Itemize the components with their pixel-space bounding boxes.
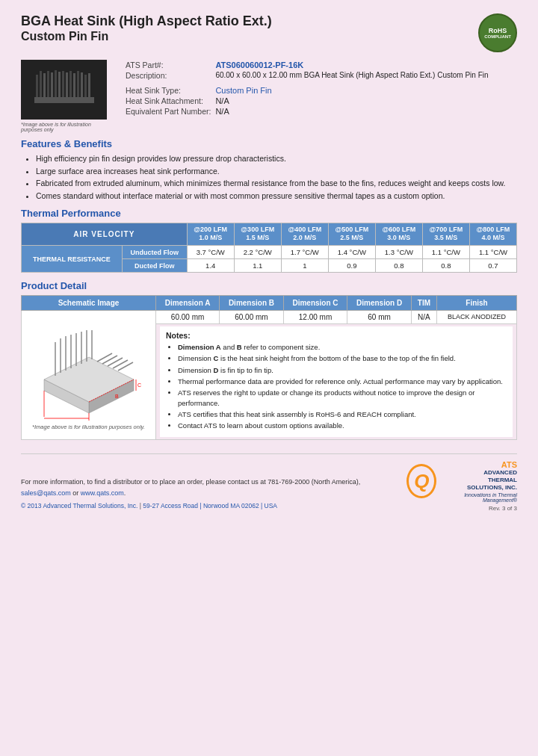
desc-label: Description:: [126, 70, 215, 81]
specs-table: ATS Part#: ATS060060012-PF-16K Descripti…: [126, 60, 493, 117]
ducted-600: 0.8: [375, 259, 422, 273]
product-title-line1: BGA Heat Sink (High Aspect Ratio Ext.): [21, 13, 272, 30]
ducted-700: 0.8: [422, 259, 469, 273]
note-1: Dimension C is the heat sink height from…: [178, 353, 507, 363]
svg-rect-15: [88, 73, 90, 97]
air-velocity-header: AIR VELOCITY: [22, 223, 188, 245]
svg-rect-8: [62, 71, 64, 97]
address: 59-27 Access Road | Norwood MA 02062 | U…: [143, 502, 277, 509]
svg-rect-14: [84, 75, 87, 97]
equiv-label: Equivalent Part Number:: [126, 106, 215, 117]
thermal-section: Thermal Performance AIR VELOCITY @200 LF…: [21, 208, 517, 273]
finish-value: BLACK ANODIZED: [437, 311, 517, 324]
svg-rect-3: [43, 73, 46, 97]
note-0: Dimension A and B refer to component siz…: [178, 342, 507, 352]
note-2: Dimension D is fin tip to fin tip.: [178, 365, 507, 375]
product-detail-title: Product Detail: [21, 280, 517, 291]
note-6: Contact ATS to learn about custom option…: [178, 421, 507, 430]
col-200lfm: @200 LFM1.0 M/S: [187, 223, 234, 245]
thermal-resistance-label: THERMAL RESISTANCE: [22, 246, 123, 273]
rohs-compliant: COMPLIANT: [484, 34, 511, 39]
ats-tagline: Innovations in Thermal Management®: [441, 492, 517, 503]
notes-list: Dimension A and B refer to component siz…: [166, 342, 507, 430]
col-700lfm: @700 LFM3.5 M/S: [422, 223, 469, 245]
svg-rect-13: [81, 72, 83, 97]
svg-text:B: B: [115, 394, 119, 399]
equiv-value: N/A: [215, 106, 492, 117]
col-600lfm: @600 LFM3.0 M/S: [375, 223, 422, 245]
svg-rect-9: [66, 72, 68, 97]
part-label: ATS Part#:: [126, 60, 215, 70]
detail-header-row: Schematic Image Dimension A Dimension B …: [22, 296, 517, 311]
heatsink-illustration: [27, 63, 102, 116]
contact-text: For more information, to find a distribu…: [21, 477, 406, 498]
feature-item-0: High efficiency pin fin design provides …: [36, 153, 517, 164]
product-detail-section: Product Detail Schematic Image Dimension…: [21, 280, 517, 439]
specs-block: ATS Part#: ATS060060012-PF-16K Descripti…: [126, 60, 517, 117]
page: BGA Heat Sink (High Aspect Ratio Ext.) C…: [0, 0, 538, 756]
ducted-label: Ducted Flow: [122, 259, 187, 273]
unducted-flow-row: THERMAL RESISTANCE Unducted Flow 3.7 °C/…: [22, 246, 517, 259]
website-link[interactable]: www.qats.com: [81, 489, 124, 497]
performance-table: AIR VELOCITY @200 LFM1.0 M/S @300 LFM1.5…: [21, 223, 517, 273]
unducted-label: Unducted Flow: [122, 246, 187, 259]
tim-value: N/A: [411, 311, 436, 324]
attach-value: N/A: [215, 96, 492, 106]
title-block: BGA Heat Sink (High Aspect Ratio Ext.) C…: [21, 13, 272, 43]
dim-a-value: 60.00 mm: [156, 311, 220, 324]
product-image-block: *Image above is for illustration purpose…: [21, 60, 111, 132]
header-finish: Finish: [437, 296, 517, 311]
svg-text:C: C: [137, 382, 141, 388]
svg-rect-12: [77, 71, 79, 97]
ducted-500: 0.9: [328, 259, 375, 273]
unducted-700: 1.1 °C/W: [422, 246, 469, 259]
footer-left: For more information, to find a distribu…: [21, 477, 406, 511]
svg-rect-4: [47, 71, 49, 97]
info-section: *Image above is for illustration purpose…: [21, 60, 517, 132]
svg-text:A: A: [63, 420, 67, 421]
header-row: BGA Heat Sink (High Aspect Ratio Ext.) C…: [21, 13, 517, 52]
header-tim: TIM: [411, 296, 436, 311]
header-dim-a: Dimension A: [156, 296, 220, 311]
header-dim-c: Dimension C: [283, 296, 347, 311]
svg-rect-10: [69, 71, 72, 97]
detail-table: Schematic Image Dimension A Dimension B …: [21, 295, 517, 439]
ats-q-logo: Q: [406, 464, 436, 498]
feature-item-1: Large surface area increases heat sink p…: [36, 166, 517, 177]
thermal-title: Thermal Performance: [21, 208, 517, 219]
schematic-cell: A B C *Image above is for illustration p…: [22, 311, 156, 439]
col-800lfm: @800 LFM4.0 M/S: [469, 223, 516, 245]
feature-item-2: Fabricated from extruded aluminum, which…: [36, 178, 517, 189]
ats-big: ATS: [441, 460, 517, 469]
svg-rect-6: [55, 70, 57, 97]
svg-rect-0: [34, 97, 94, 103]
spec-row-desc: Description: 60.00 x 60.00 x 12.00 mm BG…: [126, 70, 493, 81]
detail-data-row: A B C *Image above is for illustration p…: [22, 311, 517, 324]
features-section: Features & Benefits High efficiency pin …: [21, 138, 517, 202]
dim-b-value: 60.00 mm: [220, 311, 284, 324]
feature-item-3: Comes standard without interface materia…: [36, 190, 517, 202]
ducted-400: 1: [281, 259, 328, 273]
col-400lfm: @400 LFM2.0 M/S: [281, 223, 328, 245]
part-value: ATS060060012-PF-16K: [215, 60, 492, 70]
schematic-image: A B C: [31, 316, 146, 421]
unducted-600: 1.3 °C/W: [375, 246, 422, 259]
col-300lfm: @300 LFM1.5 M/S: [234, 223, 281, 245]
email-link[interactable]: sales@qats.com: [21, 489, 71, 497]
unducted-400: 1.7 °C/W: [281, 246, 328, 259]
type-label: Heat Sink Type:: [126, 85, 215, 96]
dim-d-value: 60 mm: [347, 311, 412, 324]
header-dim-d: Dimension D: [347, 296, 412, 311]
notes-block: Notes: Dimension A and B refer to compon…: [160, 326, 513, 436]
col-500lfm: @500 LFM2.5 M/S: [328, 223, 375, 245]
header-schematic: Schematic Image: [22, 296, 156, 311]
table-header-row1: AIR VELOCITY @200 LFM1.0 M/S @300 LFM1.5…: [22, 223, 517, 245]
attach-label: Heat Sink Attachment:: [126, 96, 215, 106]
ducted-800: 0.7: [469, 259, 516, 273]
image-caption: *Image above is for illustration purpose…: [21, 122, 111, 132]
ats-name1: ADVANCED: [441, 469, 517, 477]
rohs-text: RoHS: [489, 27, 507, 34]
product-image-box: [21, 60, 107, 120]
spec-row-equiv: Equivalent Part Number: N/A: [126, 106, 493, 117]
schematic-caption: *Image above is for illustration purpose…: [25, 424, 152, 430]
